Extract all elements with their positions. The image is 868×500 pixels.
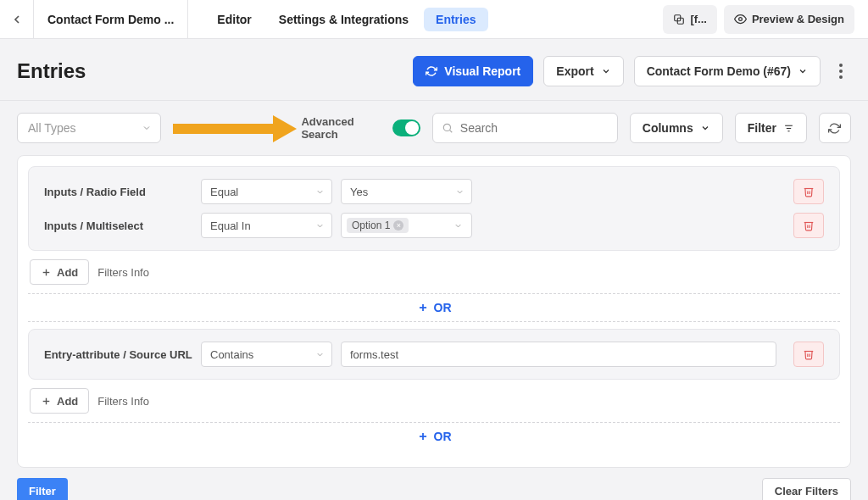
svg-line-4 [449,131,452,133]
filters-info-link[interactable]: Filters Info [97,266,149,279]
advanced-search-label: Advanced Search [301,115,381,141]
filter-operator-select[interactable]: Equal In [201,213,332,238]
trash-icon [803,186,815,197]
remove-tag-button[interactable]: × [393,220,403,231]
visual-report-button[interactable]: Visual Report [413,56,533,86]
annotation-arrow [173,115,289,141]
trash-icon [803,219,815,231]
plus-icon [41,396,52,407]
delete-filter-button[interactable] [793,342,824,367]
advanced-search-toggle[interactable] [392,119,420,136]
entry-type-select[interactable]: All Types [17,113,161,143]
plus-icon [417,431,429,442]
clear-filters-button[interactable]: Clear Filters [762,478,851,500]
or-separator[interactable]: OR [28,293,840,322]
chevron-down-icon [455,187,465,197]
filter-field-label: Inputs / Multiselect [44,219,192,232]
advanced-search-panel: Inputs / Radio Field Equal Yes Inputs / … [17,155,851,468]
filter-field-label: Entry-attribute / Source URL [44,348,192,361]
filter-icon [783,123,794,134]
copy-icon [673,14,685,25]
add-filter-button[interactable]: Add [30,259,89,285]
filter-group: Inputs / Radio Field Equal Yes Inputs / … [28,166,840,251]
filter-value-select[interactable]: Yes [341,179,472,204]
columns-button[interactable]: Columns [630,113,723,143]
chevron-down-icon [315,221,325,231]
filter-group: Entry-attribute / Source URL Contains fo… [28,329,840,380]
tab-entries[interactable]: Entries [424,8,487,31]
filter-row: Inputs / Radio Field Equal Yes [44,179,824,204]
filter-operator-select[interactable]: Equal [201,179,332,204]
filter-tag: Option 1 × [347,218,409,233]
apply-filter-button[interactable]: Filter [17,478,68,500]
filter-button[interactable]: Filter [735,113,807,143]
tab-editor[interactable]: Editor [205,8,263,31]
filter-value-multiselect[interactable]: Option 1 × [341,213,472,238]
chevron-down-icon [601,66,611,76]
refresh-icon [828,122,841,135]
svg-point-2 [739,18,743,21]
chevron-down-icon [798,66,808,76]
chevron-down-icon [142,123,152,133]
search-input-wrap[interactable] [432,113,618,143]
preview-design-button[interactable]: Preview & Design [724,5,854,34]
form-selector[interactable]: Contact Form Demo (#67) [634,56,821,86]
filter-row: Inputs / Multiselect Equal In Option 1 × [44,213,824,238]
chevron-down-icon [315,187,325,197]
page-title: Entries [17,59,86,83]
chevron-down-icon [700,123,710,133]
shortcode-button[interactable]: [f... [663,5,717,34]
trash-icon [803,348,815,360]
form-title[interactable]: Contact Form Demo ... [34,0,188,39]
filter-value-input[interactable]: forms.test [341,342,776,367]
filter-row: Entry-attribute / Source URL Contains fo… [44,342,824,367]
chevron-down-icon [315,350,325,359]
filters-info-link[interactable]: Filters Info [97,395,149,408]
export-button[interactable]: Export [543,56,623,86]
refresh-icon [426,65,437,77]
plus-icon [417,302,429,314]
or-separator[interactable]: OR [28,422,840,450]
filter-field-label: Inputs / Radio Field [44,186,192,198]
back-button[interactable] [0,0,34,39]
refresh-button[interactable] [819,113,851,143]
chevron-down-icon [453,221,463,231]
more-menu[interactable] [831,64,851,79]
delete-filter-button[interactable] [793,213,824,238]
search-input[interactable] [460,121,609,135]
search-icon [442,122,453,134]
add-filter-button[interactable]: Add [30,388,89,414]
delete-filter-button[interactable] [793,179,824,204]
tab-settings[interactable]: Settings & Integrations [267,8,420,31]
eye-icon [734,13,747,25]
filter-operator-select[interactable]: Contains [201,342,332,367]
svg-point-3 [443,124,450,131]
plus-icon [41,267,52,278]
